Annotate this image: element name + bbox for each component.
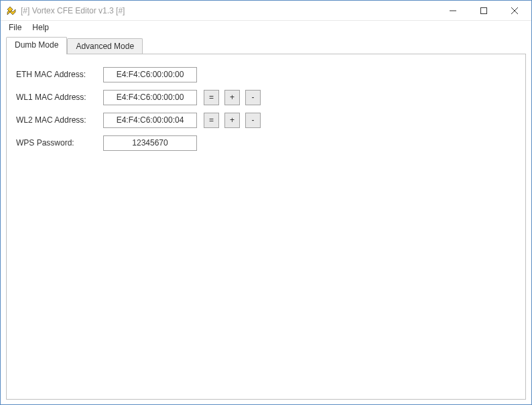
app-icon [6,5,17,16]
row-wps: WPS Password: [16,135,516,151]
input-eth-mac[interactable] [103,67,197,82]
content-area: Dumb Mode Advanced Mode ETH MAC Address:… [1,34,531,404]
label-wl1-mac: WL1 MAC Address: [16,93,103,102]
row-wl1-mac: WL1 MAC Address: = + - [16,89,516,105]
tab-advanced-mode[interactable]: Advanced Mode [67,38,143,54]
titlebar: [#] Vortex CFE Editor v1.3 [#] [1,1,531,21]
menu-file[interactable]: File [3,21,27,34]
label-eth-mac: ETH MAC Address: [16,70,103,79]
window-controls [438,1,530,20]
tab-panel: ETH MAC Address: WL1 MAC Address: = + - … [6,54,526,400]
input-wl1-mac[interactable] [103,90,197,105]
menubar: File Help [1,21,531,34]
maximize-button[interactable] [468,1,499,20]
label-wps: WPS Password: [16,138,103,148]
close-button[interactable] [499,1,530,20]
svg-rect-3 [481,7,487,13]
wl1-button-group: = + - [204,90,261,105]
wl1-minus-button[interactable]: - [245,90,261,105]
wl2-eq-button[interactable]: = [204,113,219,128]
wl2-button-group: = + - [204,113,261,128]
input-wps[interactable] [103,135,197,151]
wl1-eq-button[interactable]: = [204,90,219,105]
tab-strip: Dumb Mode Advanced Mode [6,37,526,54]
wl2-plus-button[interactable]: + [224,113,240,128]
row-wl2-mac: WL2 MAC Address: = + - [16,112,516,128]
wl1-plus-button[interactable]: + [224,90,240,105]
label-wl2-mac: WL2 MAC Address: [16,115,103,125]
menu-help[interactable]: Help [27,21,54,34]
minimize-button[interactable] [438,1,468,20]
window-title: [#] Vortex CFE Editor v1.3 [#] [21,6,438,15]
row-eth-mac: ETH MAC Address: [16,66,516,82]
tab-dumb-mode[interactable]: Dumb Mode [6,37,67,54]
input-wl2-mac[interactable] [103,113,197,128]
wl2-minus-button[interactable]: - [245,113,261,128]
